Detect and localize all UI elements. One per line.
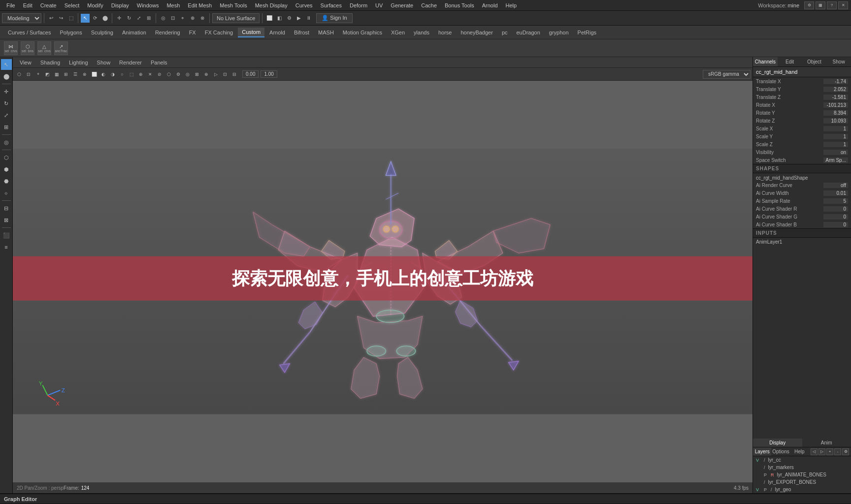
menu-uv[interactable]: UV	[372, 1, 386, 9]
menu-generate[interactable]: Generate	[387, 1, 417, 9]
rp-tab-channels[interactable]: Channels	[753, 57, 778, 66]
vpt-icon-8[interactable]: ⊗	[80, 70, 89, 79]
render-settings-icon[interactable]: ⚙	[285, 14, 294, 23]
rp-disp-tab-display[interactable]: Display	[753, 439, 802, 447]
vpt-icon-2[interactable]: ⊡	[24, 70, 33, 79]
vpt-icon-20[interactable]: ⊠	[193, 70, 201, 79]
vpt-icon-18[interactable]: ⚙	[174, 70, 183, 79]
redo-icon[interactable]: ↪	[57, 14, 65, 23]
undo-queue-icon[interactable]: ⬚	[66, 14, 75, 23]
vpt-icon-24[interactable]: ⊟	[230, 70, 239, 79]
menu-select[interactable]: Select	[61, 1, 83, 9]
rp-tab-show[interactable]: Show	[826, 57, 851, 66]
layer-v-4[interactable]: V	[756, 487, 761, 492]
mode-dropdown[interactable]: Modeling	[2, 13, 41, 23]
help-icon[interactable]: ?	[827, 1, 837, 9]
shelf-tab-curves[interactable]: Curves / Surfaces	[4, 28, 55, 37]
camera-dropdown[interactable]: sRGB gamma	[703, 70, 751, 79]
undo-icon[interactable]: ↩	[47, 14, 56, 23]
vp-menu-panels[interactable]: Panels	[147, 59, 171, 66]
scale-tool-lt[interactable]: ⤢	[1, 110, 12, 121]
live-surface-button[interactable]: No Live Surface	[212, 13, 260, 23]
settings-lt[interactable]: ≡	[1, 242, 12, 252]
paint-select-icon[interactable]: ⬤	[100, 14, 109, 23]
close-icon[interactable]: ✕	[838, 1, 848, 9]
menu-create[interactable]: Create	[37, 1, 60, 9]
shelf-tab-horse[interactable]: horse	[434, 28, 456, 37]
menu-curves[interactable]: Curves	[292, 1, 316, 9]
menu-bonus-tools[interactable]: Bonus Tools	[441, 1, 478, 9]
menu-modify[interactable]: Modify	[84, 1, 106, 9]
shelf-tab-gryphon[interactable]: gryphon	[545, 28, 573, 37]
menu-arnold[interactable]: Arnold	[479, 1, 501, 9]
layer-v-0[interactable]: V	[756, 458, 761, 463]
snap-point-icon[interactable]: ⊕	[188, 14, 197, 23]
extrude-lt[interactable]: ⬡	[1, 152, 12, 163]
vpt-icon-22[interactable]: ▷	[211, 70, 220, 79]
menu-help[interactable]: Help	[502, 1, 521, 9]
wedge-lt[interactable]: ⟐	[1, 188, 12, 198]
menu-mesh-tools[interactable]: Mesh Tools	[216, 1, 250, 9]
snap-curve-icon[interactable]: ⌖	[178, 14, 187, 23]
vpt-icon-17[interactable]: ⬡	[164, 70, 173, 79]
shelf-icon-2[interactable]: △ sel_crvs	[37, 41, 51, 55]
bridge-lt[interactable]: ⬣	[1, 176, 12, 187]
snap-surface-icon[interactable]: ⊗	[198, 14, 207, 23]
anim-layer-add[interactable]: +	[826, 448, 833, 455]
anim-layer-settings[interactable]: ⚙	[842, 448, 849, 455]
menu-cache[interactable]: Cache	[418, 1, 440, 9]
layout-icon[interactable]: ▦	[816, 1, 825, 9]
shelf-tab-polygons[interactable]: Polygons	[56, 28, 86, 37]
shelf-tab-motion-graphics[interactable]: Motion Graphics	[339, 28, 386, 37]
shelf-icon-1[interactable]: ⬡ sel_bns	[21, 41, 34, 55]
vp-menu-view[interactable]: View	[16, 59, 35, 66]
vp-menu-lighting[interactable]: Lighting	[65, 59, 92, 66]
move-tool-lt[interactable]: ✛	[1, 86, 12, 97]
select-tool-lt[interactable]: ↖	[1, 59, 12, 70]
vp-menu-renderer[interactable]: Renderer	[115, 59, 146, 66]
shelf-tab-pc[interactable]: pc	[498, 28, 512, 37]
shelf-icon-0[interactable]: ⋈ sel_crvs	[4, 41, 18, 55]
menu-file[interactable]: File	[3, 1, 19, 9]
vp-menu-shading[interactable]: Shading	[36, 59, 64, 66]
select-tool-icon[interactable]: ↖	[81, 14, 90, 23]
shelf-tab-custom[interactable]: Custom	[238, 28, 264, 37]
insert-edge-lt[interactable]: ⊟	[1, 203, 12, 214]
scale-tool-icon[interactable]: ⤢	[134, 14, 143, 23]
anim-layer-next[interactable]: ▷	[818, 448, 825, 455]
vpt-icon-15[interactable]: ✕	[146, 70, 155, 79]
lasso-tool-icon[interactable]: ⟳	[91, 14, 99, 23]
bevel-lt[interactable]: ⬢	[1, 164, 12, 175]
offset-edge-lt[interactable]: ⊠	[1, 215, 12, 225]
menu-surfaces[interactable]: Surfaces	[317, 1, 345, 9]
transform-tool-lt[interactable]: ⊞	[1, 122, 12, 132]
vpt-icon-11[interactable]: ◑	[108, 70, 117, 79]
menu-edit-mesh[interactable]: Edit Mesh	[184, 1, 215, 9]
shelf-tab-sculpting[interactable]: Sculpting	[87, 28, 117, 37]
menu-mesh[interactable]: Mesh	[163, 1, 183, 9]
rotate-tool-lt[interactable]: ↻	[1, 98, 12, 109]
vpt-icon-16[interactable]: ⊘	[155, 70, 164, 79]
vpt-icon-19[interactable]: ◎	[183, 70, 192, 79]
shelf-tab-animation[interactable]: Animation	[118, 28, 150, 37]
anim-tab-layers[interactable]: Layers	[753, 447, 771, 456]
paint-select-lt[interactable]: ⬤	[1, 71, 12, 82]
anim-layer-remove[interactable]: -	[834, 448, 841, 455]
render-icon[interactable]: ⬜	[265, 14, 274, 23]
vpt-icon-10[interactable]: ◐	[99, 70, 108, 79]
menu-edit[interactable]: Edit	[20, 1, 36, 9]
menu-mesh-display[interactable]: Mesh Display	[252, 1, 291, 9]
shelf-tab-honeybadger[interactable]: honeyBadger	[457, 28, 496, 37]
vpt-icon-12[interactable]: ○	[118, 70, 127, 79]
vpt-icon-9[interactable]: ⬜	[90, 70, 98, 79]
move-tool-icon[interactable]: ✛	[115, 14, 124, 23]
vp-menu-show[interactable]: Show	[93, 59, 115, 66]
vpt-icon-23[interactable]: ⊡	[221, 70, 229, 79]
menu-display[interactable]: Display	[108, 1, 132, 9]
vpt-icon-4[interactable]: ◩	[43, 70, 52, 79]
shelf-tab-eudragon[interactable]: euDragon	[513, 28, 544, 37]
snap-grid-icon[interactable]: ⊡	[168, 14, 177, 23]
vpt-icon-6[interactable]: ⊞	[62, 70, 70, 79]
rp-disp-tab-anim[interactable]: Anim	[802, 439, 851, 447]
shelf-tab-bifrost[interactable]: Bifrost	[290, 28, 313, 37]
